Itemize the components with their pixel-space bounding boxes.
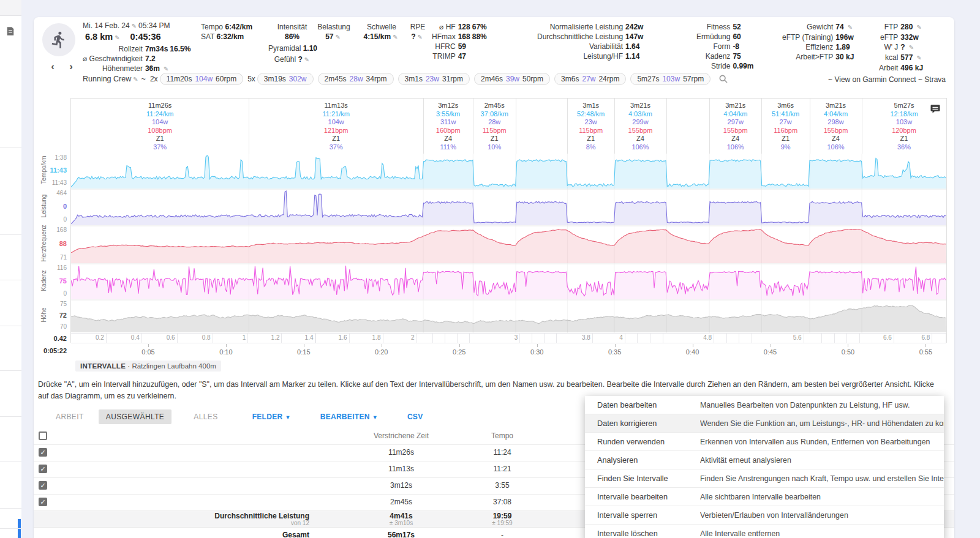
row-checkbox[interactable]: ✓ — [39, 481, 47, 490]
axis-tick-cad-mid: 75 — [59, 277, 67, 285]
interval-label[interactable]: 3m21s4:03/km299w155bpmZ4106% — [606, 102, 674, 151]
menu-item[interactable]: AnalysierenAktivität erneut analysieren — [585, 451, 944, 469]
distance-box — [650, 334, 663, 343]
chevron-down-icon: ▼ — [285, 414, 290, 420]
edit-icon[interactable]: ✎ — [304, 56, 309, 63]
distance-box — [932, 334, 946, 343]
interval-chip[interactable]: 3m1s23w31rpm — [398, 73, 470, 85]
tab-ausgewählte[interactable]: AUSGEWÄHLTE — [99, 409, 172, 424]
edit-icon[interactable]: ✎ — [132, 23, 137, 29]
edit-icon[interactable]: ✎ — [916, 24, 921, 31]
interval-boundary[interactable] — [249, 99, 249, 154]
previous-activity-button[interactable]: ‹ — [46, 60, 59, 73]
distance-box: 1.4 — [282, 334, 315, 343]
edit-icon[interactable]: ✎ — [909, 44, 914, 51]
time-tick-label: 0:25 — [438, 348, 481, 356]
tab-arbeit[interactable]: ARBEIT — [51, 409, 89, 424]
distance-box — [804, 334, 821, 343]
menu-item[interactable]: Intervalle bearbeitenAlle sichtbaren Int… — [585, 488, 944, 506]
axis-tick-alt-top: 75 — [60, 301, 67, 307]
fitness-stats: Fitness52Ermüdung60Form-8Kadenz75Stride0… — [696, 22, 755, 71]
interval-boundary[interactable] — [666, 99, 667, 154]
edit-icon[interactable]: ✎ — [164, 65, 168, 72]
axis-tick-hr-bot: 71 — [60, 254, 67, 261]
interval-chip[interactable]: 3m6s27w24rpm — [554, 73, 626, 85]
runner-icon — [50, 31, 68, 49]
interval-chip[interactable]: 2m45s28w34rpm — [318, 73, 394, 85]
axis-tick-cad-top: 116 — [57, 264, 67, 271]
time-tick-label: 0:10 — [205, 348, 247, 356]
axis-name-hr: Herzfrequenz — [40, 225, 47, 262]
page: ‹ › Mi. 14 Feb. 24✎05:34 PM 6.8 km✎0:45:… — [0, 0, 980, 538]
garmin-connect-link[interactable]: View on Garmin Connect — [834, 75, 916, 84]
threshold-value: 4:15/km — [363, 32, 391, 41]
interval-label[interactable]: 3m21s4:04/km298w155bpmZ4106% — [802, 102, 870, 151]
edit-icon[interactable]: ✎ — [133, 76, 138, 83]
row-checkbox[interactable]: ✓ — [39, 448, 47, 457]
activity-chart[interactable]: 11m26s11:24/km104w108bpmZ137%11m13s11:21… — [70, 98, 947, 343]
menu-item-title: Finden Sie Intervalle — [585, 474, 700, 483]
edit-icon[interactable]: ✎ — [848, 24, 853, 31]
interval-chip[interactable]: 5m27s103w57rpm — [630, 73, 710, 85]
menu-item[interactable]: Intervalle sperrenVerbieten/Erlauben von… — [585, 506, 944, 525]
menu-item[interactable]: Runden verwendenErkennen von Intervallen… — [585, 433, 944, 451]
strava-link[interactable]: Strava — [924, 75, 946, 84]
chart-area-alt — [71, 305, 946, 332]
edit-icon[interactable]: ✎ — [417, 34, 422, 40]
interval-chip[interactable]: 11m20s104w60rpm — [160, 73, 244, 85]
tilde-separator: ~ — [141, 75, 146, 83]
time-tick — [459, 344, 460, 347]
table-cell: 56m17s — [328, 531, 475, 538]
chart-traces[interactable] — [71, 154, 946, 333]
interval-boundary[interactable] — [862, 99, 862, 154]
edit-icon[interactable]: ✎ — [115, 34, 119, 41]
menu-item[interactable]: Daten bearbeitenManuelles Bearbeiten von… — [585, 396, 944, 414]
stat-row: Effizienz1.89 — [782, 42, 856, 52]
interval-label[interactable]: 2m45s37:08/km28w115bpmZ110% — [461, 102, 528, 151]
action-csv[interactable]: CSV — [407, 413, 423, 421]
axis-tick-tempo-mid: 11:43 — [50, 166, 67, 174]
stat-row: HFmax16888% — [432, 32, 489, 42]
edit-icon[interactable]: ✎ — [393, 34, 398, 40]
select-all-checkbox[interactable] — [39, 432, 47, 440]
time-tick-label: 0:35 — [594, 348, 636, 356]
search-icon[interactable] — [718, 74, 728, 84]
distance-box: 3.8 — [557, 334, 592, 343]
menu-item-description: Alle Intervalle entfernen — [700, 529, 780, 538]
action-bearbeiten[interactable]: BEARBEITEN▼ — [320, 413, 378, 421]
menu-item[interactable]: Finden Sie IntervalleFinden Sie Anstreng… — [585, 469, 944, 488]
interval-label[interactable]: 5m27s12:18/km103w120bpmZ136% — [870, 102, 938, 151]
table-cell: 4m41s — [328, 512, 475, 520]
table-cell: Verstrichene Zeit — [328, 432, 475, 440]
next-activity-button[interactable]: › — [64, 60, 78, 73]
time-tick — [925, 344, 926, 347]
interval-chip[interactable]: 3m19s302w — [257, 73, 314, 85]
interval-label[interactable]: 11m13s11:21/km104w121bpmZ137% — [303, 102, 370, 151]
menu-item[interactable]: Intervalle löschenAlle Intervalle entfer… — [585, 525, 944, 538]
stat-row: Leistung/HF1.14 — [537, 51, 645, 61]
row-checkbox[interactable]: ✓ — [39, 465, 47, 473]
intervalle-label[interactable]: INTERVALLE — [80, 362, 126, 370]
distance-box — [532, 334, 544, 343]
stat-row: Form-8 — [696, 42, 755, 51]
menu-item[interactable]: Daten korrigierenWenden Sie die Funktion… — [585, 414, 944, 433]
edit-icon[interactable]: ✎ — [916, 54, 921, 61]
row-checkbox[interactable]: ✓ — [39, 498, 47, 506]
action-felder[interactable]: FELDER▼ — [252, 413, 291, 421]
distance-box: 2 — [383, 334, 417, 343]
chart-area-hr — [71, 230, 946, 263]
interval-label[interactable]: 11m26s11:24/km104w108bpmZ137% — [126, 102, 194, 151]
activity-name[interactable]: Running Crew — [83, 75, 131, 83]
interval-boundary[interactable] — [516, 99, 516, 154]
distance-box — [835, 334, 847, 343]
tab-alles[interactable]: ALLES — [189, 409, 222, 424]
time-tick — [615, 344, 616, 347]
document-icon[interactable] — [5, 26, 16, 37]
chart-axis-labels: Tempo/km1:3811:4311:43Leistung46400Herzf… — [34, 98, 69, 343]
distance-box: 6.8 — [894, 334, 932, 343]
load-value: 57 — [325, 32, 333, 41]
edit-icon[interactable]: ✎ — [335, 34, 340, 40]
interval-chip[interactable]: 2m46s39w50rpm — [474, 73, 550, 85]
context-menu: Daten bearbeitenManuelles Bearbeiten von… — [585, 396, 944, 538]
menu-item-description: Erkennen von Intervallen aus Runden, Ent… — [700, 438, 930, 446]
